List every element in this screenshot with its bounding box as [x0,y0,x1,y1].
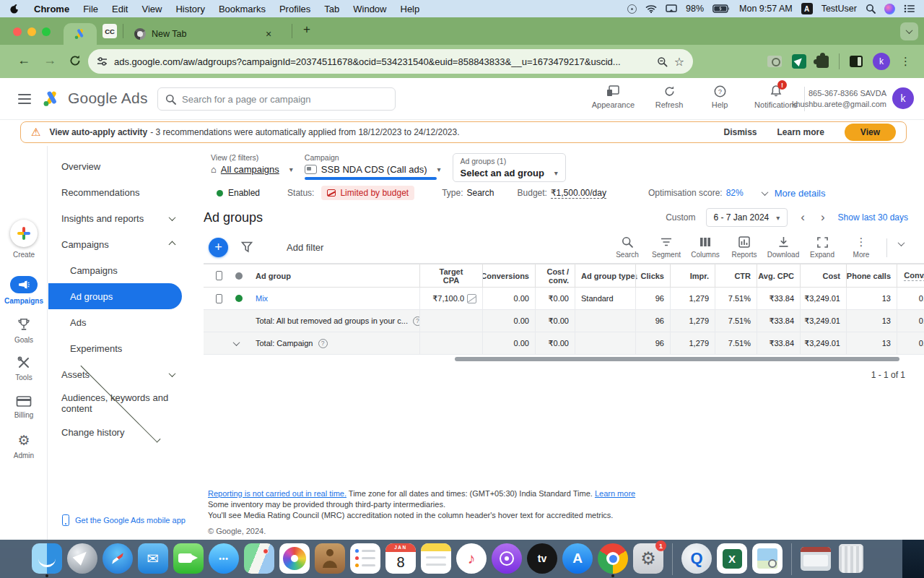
site-settings-icon[interactable] [97,56,108,66]
col-avg-cpc[interactable]: Avg. CPC [757,264,800,287]
camera-extension-icon[interactable] [767,56,782,67]
edit-icon[interactable] [467,294,476,303]
window-minimize-button[interactable] [27,27,36,36]
nav-assets[interactable]: Assets [48,361,193,387]
siri-icon[interactable] [884,4,895,14]
more-tool[interactable]: ⋮ More [842,236,881,259]
back-button[interactable]: ← [17,53,30,68]
window-close-button[interactable] [13,27,22,36]
col-cost[interactable]: Cost [800,264,846,287]
dock-finder-icon[interactable] [32,543,62,574]
next-period-button[interactable]: › [818,210,828,225]
menu-file[interactable]: File [83,4,98,14]
campaign-filter-chip[interactable]: Campaign SSB NDA CDS (Call ads) ▾ [305,153,441,175]
learn-more-link[interactable]: Learn more [595,489,635,498]
rail-campaigns[interactable]: Campaigns [0,276,48,305]
dock-trash-icon[interactable] [839,544,863,573]
display-icon[interactable] [666,4,677,14]
cell-target-cpa[interactable]: ₹7,100.0 [419,288,482,309]
forward-button[interactable]: → [43,53,56,68]
nav-insights-reports[interactable]: Insights and reports [48,205,193,231]
account-avatar[interactable]: k [892,87,914,109]
wifi-icon[interactable] [645,4,657,13]
rail-create[interactable]: Create [0,220,48,259]
nav-change-history[interactable]: Change history [48,419,193,445]
limited-by-budget-badge[interactable]: Limited by budget [321,186,414,200]
menu-tab[interactable]: Tab [324,4,339,14]
rocket-extension-icon[interactable] [792,54,806,69]
nav-campaigns[interactable]: Campaigns [48,231,193,257]
dock-photos-icon[interactable] [279,543,310,574]
horizontal-scrollbar[interactable] [455,357,899,361]
input-source-badge[interactable]: A [801,3,813,14]
rail-admin[interactable]: ⚙ Admin [0,434,48,460]
nav-recommendations[interactable]: Recommendations [48,179,193,205]
browser-menu-icon[interactable]: ⋮ [900,55,911,68]
dock-maps-icon[interactable] [244,543,274,574]
help-button[interactable]: ? Help [704,84,736,109]
columns-tool[interactable]: Columns [686,236,725,259]
dock-messages-icon[interactable]: ••• [209,543,239,574]
reporting-link[interactable]: Reporting is not carried out in real tim… [208,489,346,498]
col-conv[interactable]: Conv. [897,264,924,287]
side-panel-icon[interactable] [850,56,863,67]
menu-bookmarks[interactable]: Bookmarks [219,4,266,14]
dock-app-store-icon[interactable]: A [562,543,593,574]
rail-goals[interactable]: Goals [0,316,48,344]
dock-music-icon[interactable]: ♪ [456,543,487,574]
dock-contacts-icon[interactable] [315,543,345,574]
menubar-user[interactable]: TestUser [821,4,857,14]
tab-search-chevron-button[interactable] [900,22,918,40]
pinned-tab-cc[interactable]: CC [103,24,117,38]
adgroup-filter-chip[interactable]: Ad groups (1) Select an ad group ▾ [453,153,566,182]
url-text[interactable]: ads.google.com/aw/adgroups?campaignId=20… [114,56,650,67]
browser-profile-avatar[interactable]: k [873,53,890,70]
reload-button[interactable] [69,54,82,67]
menu-window[interactable]: Window [353,4,386,14]
dock-launchpad-icon[interactable] [67,543,97,574]
help-icon[interactable]: ? [413,316,419,326]
row-checkbox[interactable] [216,294,222,303]
expand-tool[interactable]: Expand [803,236,842,259]
nav-audiences[interactable]: Audiences, keywords and content [48,387,193,419]
menubar-clock[interactable]: Mon 9:57 AM [739,4,793,14]
dock-calendar-icon[interactable]: JAN 8 [385,543,416,574]
header-search-input[interactable] [182,94,388,105]
account-info[interactable]: 865-367-8366 SAVDA khushbu.arete@gmail.c… [792,88,886,110]
spotlight-icon[interactable] [866,4,876,14]
rail-billing[interactable]: Billing [0,395,48,419]
view-filter-chip[interactable]: View (2 filters) ⌂ All campaigns ▾ [211,153,293,175]
address-bar[interactable]: ads.google.com/aw/adgroups?campaignId=20… [88,49,693,74]
menu-edit[interactable]: Edit [112,4,128,14]
tab-new-tab[interactable]: New Tab × [128,23,280,45]
filter-funnel-icon[interactable] [241,241,253,253]
active-pinned-tab-google-ads[interactable] [64,23,97,45]
col-clicks-sorted[interactable]: ↓Clicks [635,264,670,287]
col-impr[interactable]: Impr. [670,264,715,287]
enabled-status-dot[interactable] [235,295,243,302]
dock-chrome-icon[interactable] [598,543,628,574]
dock-excel-icon[interactable]: X [717,543,747,574]
collapse-toolbar-icon[interactable] [898,239,905,246]
reports-tool[interactable]: Reports [725,236,764,259]
budget-value[interactable]: ₹1,500.00/day [551,188,606,199]
new-tab-button[interactable]: + [303,22,310,37]
mobile-app-link[interactable]: Get the Google Ads mobile app [62,514,186,526]
rail-tools[interactable]: Tools [0,355,48,381]
expand-row-icon[interactable] [233,339,240,346]
status-dot-header[interactable] [235,272,243,280]
control-center-icon[interactable] [904,4,915,13]
ad-group-link[interactable]: Mix [256,294,268,303]
menu-history[interactable]: History [175,4,204,14]
dock-recent-window-icon[interactable] [801,547,831,571]
nav-campaigns-sub[interactable]: Campaigns [48,257,193,283]
previous-period-button[interactable]: ‹ [798,210,808,225]
col-conversions[interactable]: Conversions [482,264,535,287]
dock-podcasts-icon[interactable] [492,543,522,574]
extensions-icon[interactable] [816,56,829,68]
col-phone-calls[interactable]: Phone calls [846,264,897,287]
help-icon[interactable]: ? [318,339,328,348]
refresh-button[interactable]: Refresh [653,84,685,109]
nav-ad-groups-selected[interactable]: Ad groups [48,283,182,309]
tab-close-icon[interactable]: × [263,28,274,40]
